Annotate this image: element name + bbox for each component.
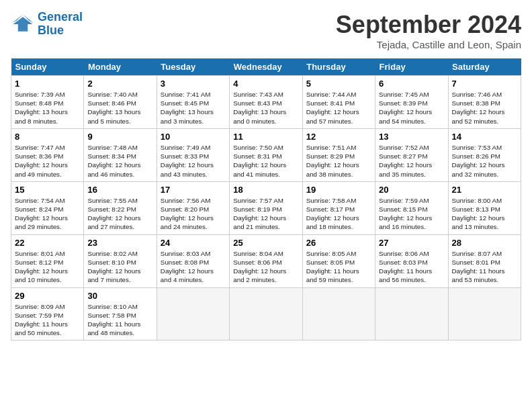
day-number: 26 — [306, 238, 371, 248]
calendar-cell: 19Sunrise: 7:58 AM Sunset: 8:17 PM Dayli… — [302, 181, 375, 234]
calendar-cell: 15Sunrise: 7:54 AM Sunset: 8:24 PM Dayli… — [11, 181, 84, 234]
cell-info: Sunrise: 7:56 AM Sunset: 8:20 PM Dayligh… — [161, 196, 226, 232]
weekday-header-tuesday: Tuesday — [157, 58, 229, 76]
calendar-cell: 11Sunrise: 7:50 AM Sunset: 8:31 PM Dayli… — [230, 128, 302, 181]
logo: General Blue — [11, 11, 83, 38]
weekday-header-thursday: Thursday — [302, 58, 375, 76]
cell-info: Sunrise: 7:43 AM Sunset: 8:43 PM Dayligh… — [233, 90, 298, 126]
day-number: 29 — [15, 291, 80, 301]
cell-info: Sunrise: 7:52 AM Sunset: 8:27 PM Dayligh… — [379, 143, 444, 179]
day-number: 7 — [452, 79, 517, 89]
cell-info: Sunrise: 7:50 AM Sunset: 8:31 PM Dayligh… — [233, 143, 298, 179]
calendar-cell: 2Sunrise: 7:40 AM Sunset: 8:46 PM Daylig… — [84, 76, 157, 129]
calendar-cell — [230, 287, 302, 340]
day-number: 17 — [161, 185, 226, 195]
cell-info: Sunrise: 8:00 AM Sunset: 8:13 PM Dayligh… — [452, 196, 517, 232]
cell-info: Sunrise: 7:51 AM Sunset: 8:29 PM Dayligh… — [306, 143, 371, 179]
cell-info: Sunrise: 7:39 AM Sunset: 8:48 PM Dayligh… — [15, 90, 80, 126]
day-number: 20 — [379, 185, 444, 195]
day-number: 8 — [15, 132, 80, 142]
day-number: 1 — [15, 79, 80, 89]
calendar-cell: 21Sunrise: 8:00 AM Sunset: 8:13 PM Dayli… — [448, 181, 521, 234]
day-number: 9 — [87, 132, 152, 142]
calendar-week-5: 29Sunrise: 8:09 AM Sunset: 7:59 PM Dayli… — [11, 287, 521, 340]
cell-info: Sunrise: 7:47 AM Sunset: 8:36 PM Dayligh… — [15, 143, 80, 179]
day-number: 24 — [161, 238, 226, 248]
cell-info: Sunrise: 7:55 AM Sunset: 8:22 PM Dayligh… — [87, 196, 152, 232]
day-number: 5 — [306, 79, 371, 89]
calendar-table: SundayMondayTuesdayWednesdayThursdayFrid… — [11, 58, 521, 340]
day-number: 25 — [233, 238, 298, 248]
cell-info: Sunrise: 8:04 AM Sunset: 8:06 PM Dayligh… — [233, 249, 298, 285]
calendar-cell: 26Sunrise: 8:05 AM Sunset: 8:05 PM Dayli… — [302, 234, 375, 287]
calendar-week-4: 22Sunrise: 8:01 AM Sunset: 8:12 PM Dayli… — [11, 234, 521, 287]
calendar-cell: 20Sunrise: 7:59 AM Sunset: 8:15 PM Dayli… — [375, 181, 448, 234]
day-number: 28 — [452, 238, 517, 248]
day-number: 11 — [233, 132, 298, 142]
calendar-cell: 25Sunrise: 8:04 AM Sunset: 8:06 PM Dayli… — [230, 234, 302, 287]
cell-info: Sunrise: 7:53 AM Sunset: 8:26 PM Dayligh… — [452, 143, 517, 179]
weekday-header-wednesday: Wednesday — [230, 58, 302, 76]
calendar-cell — [157, 287, 229, 340]
cell-info: Sunrise: 8:03 AM Sunset: 8:08 PM Dayligh… — [161, 249, 226, 285]
calendar-week-3: 15Sunrise: 7:54 AM Sunset: 8:24 PM Dayli… — [11, 181, 521, 234]
day-number: 19 — [306, 185, 371, 195]
calendar-cell: 14Sunrise: 7:53 AM Sunset: 8:26 PM Dayli… — [448, 128, 521, 181]
calendar-cell: 27Sunrise: 8:06 AM Sunset: 8:03 PM Dayli… — [375, 234, 448, 287]
calendar-cell: 29Sunrise: 8:09 AM Sunset: 7:59 PM Dayli… — [11, 287, 84, 340]
day-number: 15 — [15, 185, 80, 195]
location-subtitle: Tejada, Castille and Leon, Spain — [336, 39, 521, 50]
calendar-cell — [375, 287, 448, 340]
calendar-cell: 9Sunrise: 7:48 AM Sunset: 8:34 PM Daylig… — [84, 128, 157, 181]
weekday-header-row: SundayMondayTuesdayWednesdayThursdayFrid… — [11, 58, 521, 76]
cell-info: Sunrise: 7:40 AM Sunset: 8:46 PM Dayligh… — [87, 90, 152, 126]
cell-info: Sunrise: 7:59 AM Sunset: 8:15 PM Dayligh… — [379, 196, 444, 232]
cell-info: Sunrise: 8:02 AM Sunset: 8:10 PM Dayligh… — [87, 249, 152, 285]
cell-info: Sunrise: 8:06 AM Sunset: 8:03 PM Dayligh… — [379, 249, 444, 285]
day-number: 22 — [15, 238, 80, 248]
month-title: September 2024 — [336, 11, 521, 39]
cell-info: Sunrise: 7:48 AM Sunset: 8:34 PM Dayligh… — [87, 143, 152, 179]
day-number: 10 — [161, 132, 226, 142]
weekday-header-monday: Monday — [84, 58, 157, 76]
calendar-cell: 28Sunrise: 8:07 AM Sunset: 8:01 PM Dayli… — [448, 234, 521, 287]
svg-marker-0 — [13, 17, 33, 32]
calendar-cell: 17Sunrise: 7:56 AM Sunset: 8:20 PM Dayli… — [157, 181, 229, 234]
calendar-cell: 4Sunrise: 7:43 AM Sunset: 8:43 PM Daylig… — [230, 76, 302, 129]
weekday-header-friday: Friday — [375, 58, 448, 76]
calendar-cell: 5Sunrise: 7:44 AM Sunset: 8:41 PM Daylig… — [302, 76, 375, 129]
calendar-cell: 1Sunrise: 7:39 AM Sunset: 8:48 PM Daylig… — [11, 76, 84, 129]
weekday-header-saturday: Saturday — [448, 58, 521, 76]
calendar-cell: 18Sunrise: 7:57 AM Sunset: 8:19 PM Dayli… — [230, 181, 302, 234]
calendar-cell: 24Sunrise: 8:03 AM Sunset: 8:08 PM Dayli… — [157, 234, 229, 287]
day-number: 21 — [452, 185, 517, 195]
logo-text-blue: Blue — [38, 24, 83, 38]
day-number: 13 — [379, 132, 444, 142]
cell-info: Sunrise: 8:09 AM Sunset: 7:59 PM Dayligh… — [15, 302, 80, 338]
day-number: 18 — [233, 185, 298, 195]
day-number: 23 — [87, 238, 152, 248]
cell-info: Sunrise: 7:45 AM Sunset: 8:39 PM Dayligh… — [379, 90, 444, 126]
calendar-cell: 3Sunrise: 7:41 AM Sunset: 8:45 PM Daylig… — [157, 76, 229, 129]
calendar-cell: 10Sunrise: 7:49 AM Sunset: 8:33 PM Dayli… — [157, 128, 229, 181]
calendar-cell: 12Sunrise: 7:51 AM Sunset: 8:29 PM Dayli… — [302, 128, 375, 181]
cell-info: Sunrise: 7:44 AM Sunset: 8:41 PM Dayligh… — [306, 90, 371, 126]
day-number: 6 — [379, 79, 444, 89]
cell-info: Sunrise: 8:05 AM Sunset: 8:05 PM Dayligh… — [306, 249, 371, 285]
page-header: General Blue September 2024 Tejada, Cast… — [11, 11, 521, 50]
calendar-cell — [302, 287, 375, 340]
day-number: 27 — [379, 238, 444, 248]
cell-info: Sunrise: 8:10 AM Sunset: 7:58 PM Dayligh… — [87, 302, 152, 338]
calendar-cell: 22Sunrise: 8:01 AM Sunset: 8:12 PM Dayli… — [11, 234, 84, 287]
calendar-cell: 6Sunrise: 7:45 AM Sunset: 8:39 PM Daylig… — [375, 76, 448, 129]
day-number: 4 — [233, 79, 298, 89]
day-number: 3 — [161, 79, 226, 89]
calendar-week-2: 8Sunrise: 7:47 AM Sunset: 8:36 PM Daylig… — [11, 128, 521, 181]
day-number: 16 — [87, 185, 152, 195]
logo-text-general: General — [38, 11, 83, 24]
cell-info: Sunrise: 8:01 AM Sunset: 8:12 PM Dayligh… — [15, 249, 80, 285]
calendar-cell: 7Sunrise: 7:46 AM Sunset: 8:38 PM Daylig… — [448, 76, 521, 129]
cell-info: Sunrise: 7:54 AM Sunset: 8:24 PM Dayligh… — [15, 196, 80, 232]
calendar-week-1: 1Sunrise: 7:39 AM Sunset: 8:48 PM Daylig… — [11, 76, 521, 129]
day-number: 14 — [452, 132, 517, 142]
